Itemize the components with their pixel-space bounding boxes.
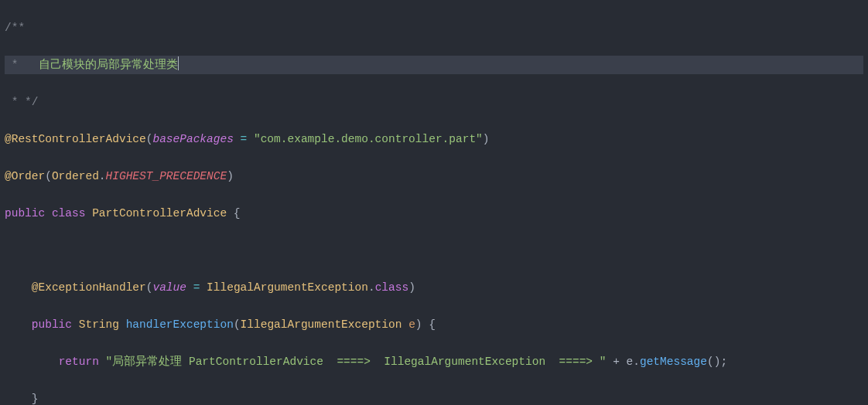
brace: {	[227, 207, 240, 220]
string-literal: "局部异常处理 PartControllerAdvice ====> Illeg…	[106, 356, 607, 368]
code-line: @ExceptionHandler(value = IllegalArgumen…	[5, 278, 863, 297]
comment-star: *	[5, 59, 39, 71]
annotation: @ExceptionHandler	[32, 281, 146, 294]
code-line: * */	[5, 93, 863, 111]
brace: {	[422, 318, 436, 331]
code-line: }	[5, 390, 863, 405]
brace: }	[32, 393, 39, 405]
method-name: handlerException	[126, 318, 234, 331]
code-line: public String handlerException(IllegalAr…	[5, 315, 863, 334]
annotation-param: value	[152, 281, 186, 294]
type-ref: IllegalArgumentException	[207, 281, 368, 294]
keyword: public	[32, 318, 72, 331]
code-line: /**	[5, 19, 863, 37]
comment-open: /**	[5, 22, 25, 34]
class-name: PartControllerAdvice	[92, 207, 227, 220]
constant-ref: HIGHEST_PRECEDENCE	[106, 170, 227, 182]
method-call: getMessage	[640, 356, 707, 368]
class-keyword: class	[375, 281, 409, 294]
keyword: public	[5, 207, 45, 220]
type-ref: Ordered	[52, 170, 99, 182]
code-line: public class PartControllerAdvice {	[5, 204, 863, 223]
code-line: @Order(Ordered.HIGHEST_PRECEDENCE)	[5, 167, 863, 185]
comment-text: 自己模块的局部异常处理类	[39, 59, 178, 71]
annotation: @Order	[5, 170, 45, 182]
param-name: e	[408, 318, 415, 331]
comment-close: * */	[5, 96, 39, 108]
code-line-blank	[5, 241, 863, 260]
return-type: String	[79, 318, 119, 331]
code-editor[interactable]: /** * 自己模块的局部异常处理类 * */ @RestControllerA…	[0, 0, 868, 405]
code-line-highlighted: * 自己模块的局部异常处理类	[5, 56, 863, 74]
param-type: IllegalArgumentException	[241, 318, 402, 331]
var-ref: e	[627, 356, 634, 368]
text-cursor	[178, 56, 179, 70]
annotation-param: basePackages	[152, 133, 233, 145]
keyword: class	[52, 207, 86, 220]
annotation: @RestControllerAdvice	[5, 133, 146, 145]
keyword: return	[59, 356, 99, 368]
code-line: @RestControllerAdvice(basePackages = "co…	[5, 130, 863, 148]
code-line: return "局部异常处理 PartControllerAdvice ====…	[5, 352, 863, 371]
string-literal: "com.example.demo.controller.part"	[254, 133, 483, 145]
concat-op: +	[606, 356, 626, 368]
